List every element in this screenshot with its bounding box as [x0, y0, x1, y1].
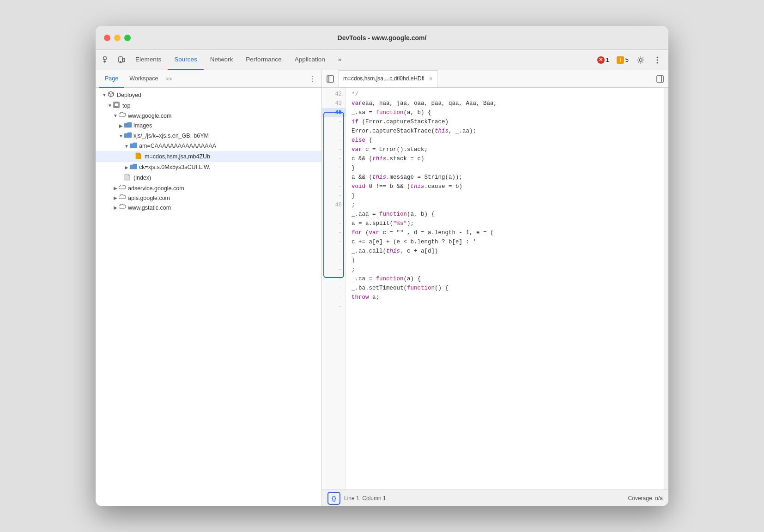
settings-icon[interactable] — [633, 53, 648, 67]
line-num-d6[interactable]: – — [322, 163, 346, 173]
subtab-workspace[interactable]: Workspace — [124, 70, 164, 88]
line-num-d19[interactable]: – — [322, 293, 346, 302]
scrollbar[interactable] — [664, 88, 668, 490]
editor-tab-close-icon[interactable]: × — [429, 75, 433, 82]
tree-item-mcdos[interactable]: ▶ m=cdos,hsm,jsa,mb4ZUb — [96, 151, 321, 162]
device-toolbar-icon[interactable] — [114, 53, 129, 67]
line-num-d13[interactable]: – — [322, 237, 346, 247]
devtools-body: Page Workspace >> ⋮ ▼ — [96, 70, 668, 506]
format-button[interactable]: {} — [327, 492, 340, 505]
code-line-d16: ; — [352, 265, 664, 274]
svg-rect-17 — [657, 76, 663, 82]
folder-icon — [130, 163, 137, 171]
line-num-d1[interactable]: – — [322, 117, 346, 127]
devtools-tabbar: Elements Sources Network Performance App… — [96, 50, 668, 70]
line-num-d8[interactable]: – — [322, 182, 346, 191]
tab-application[interactable]: Application — [288, 50, 332, 70]
minimize-button[interactable] — [114, 35, 121, 41]
tab-more[interactable]: » — [332, 50, 348, 70]
tree-item-index[interactable]: ▶ (index) — [96, 172, 321, 183]
code-line-d15: } — [352, 256, 664, 265]
tree-item-adservice[interactable]: ▶ adservice.google.com — [96, 183, 321, 193]
cloud-icon — [119, 185, 126, 192]
tree-item-ck-xjs[interactable]: ▶ ck=xjs.s.0Mx5ys3sCUI.L.W. — [96, 162, 321, 172]
tree-item-apis-google[interactable]: ▶ apis.google.com — [96, 193, 321, 203]
code-line-d17: _.ca = function(a) { — [352, 274, 664, 284]
sources-panel: Page Workspace >> ⋮ ▼ — [96, 70, 322, 506]
line-num-45[interactable]: 45 — [322, 108, 346, 117]
sidebar-toggle-icon[interactable] — [322, 71, 339, 87]
arrow-ck-xjs: ▶ — [123, 165, 130, 170]
editor-tabbar: m=cdos,hsm,jsa,...c,dtl0hd,eHDfl × — [322, 70, 668, 88]
code-line-d2: Error.captureStackTrace(this, _.aa); — [352, 127, 664, 136]
editor-tab-mcdos[interactable]: m=cdos,hsm,jsa,...c,dtl0hd,eHDfl × — [339, 70, 438, 88]
inspect-element-icon[interactable] — [99, 53, 114, 67]
line-num-d3[interactable]: – — [322, 136, 346, 145]
line-num-46[interactable]: 46 — [322, 200, 346, 210]
tab-elements[interactable]: Elements — [129, 50, 168, 70]
line-num-d20[interactable]: – — [322, 302, 346, 311]
tree-item-am-caaaa[interactable]: ▼ am=CAAAAAAAAAAAAAAAA — [96, 141, 321, 151]
svg-rect-0 — [103, 57, 106, 60]
more-options-icon[interactable] — [650, 53, 665, 67]
line-num-d14[interactable]: – — [322, 247, 346, 256]
code-line-43: var eaa, naa, jaa, oaa, paa, qaa, Aaa, B… — [352, 99, 664, 108]
line-num-d2[interactable]: – — [322, 127, 346, 136]
arrow-xjs: ▼ — [118, 133, 124, 139]
line-num-d18[interactable]: – — [322, 284, 346, 293]
line-num-d11[interactable]: – — [322, 219, 346, 228]
editor-collapse-icon[interactable] — [652, 71, 668, 87]
line-num-d9[interactable]: – — [322, 191, 346, 200]
code-line-d13: c += a[e] + (e < b.length ? b[e] : ' — [352, 237, 664, 247]
line-num-d15[interactable]: – — [322, 256, 346, 265]
error-count-button[interactable]: ✕ 1 — [594, 55, 612, 65]
subtab-more[interactable]: >> — [164, 76, 174, 82]
code-line-d7: a && (this.message = String(a)); — [352, 173, 664, 182]
tree-item-www-gstatic[interactable]: ▶ www.gstatic.com — [96, 203, 321, 212]
subtab-page[interactable]: Page — [99, 70, 124, 88]
tab-sources[interactable]: Sources — [168, 50, 204, 70]
arrow-www-google: ▼ — [112, 113, 119, 118]
tab-network[interactable]: Network — [204, 50, 240, 70]
tree-item-deployed[interactable]: ▼ Deployed — [96, 90, 321, 100]
tab-performance[interactable]: Performance — [239, 50, 288, 70]
arrow-deployed: ▼ — [101, 92, 108, 97]
close-button[interactable] — [104, 35, 110, 41]
tree-label: adservice.google.com — [128, 185, 184, 192]
maximize-button[interactable] — [124, 35, 131, 41]
tree-label: am=CAAAAAAAAAAAAAAAA — [139, 143, 216, 149]
tree-item-xjs[interactable]: ▼ xjs/_/js/k=xjs.s.en_GB.-b6YM — [96, 131, 321, 141]
line-num-42[interactable]: 42 — [322, 90, 346, 99]
code-line-d14: _.aa.call(this, c + a[d]) — [352, 247, 664, 256]
line-num-d7[interactable]: – — [322, 173, 346, 182]
svg-rect-15 — [327, 76, 333, 82]
tree-item-images[interactable]: ▶ images — [96, 121, 321, 131]
line-num-d17[interactable]: – — [322, 274, 346, 284]
line-num-43[interactable]: 43 — [322, 99, 346, 108]
tree-item-top[interactable]: ▼ top — [96, 100, 321, 111]
svg-rect-14 — [115, 103, 118, 107]
frame-icon — [113, 102, 121, 109]
svg-point-6 — [639, 59, 642, 61]
warn-icon: ! — [617, 56, 624, 64]
arrow-apis-google: ▶ — [112, 195, 119, 200]
error-icon: ✕ — [597, 56, 605, 64]
code-line-d9: } — [352, 191, 664, 200]
code-line-42: */ — [352, 90, 664, 99]
tree-label: ck=xjs.s.0Mx5ys3sCUI.L.W. — [139, 164, 211, 170]
tree-label: m=cdos,hsm,jsa,mb4ZUb — [145, 153, 210, 160]
line-num-d10[interactable]: – — [322, 210, 346, 219]
warn-count-button[interactable]: ! 5 — [614, 55, 631, 65]
code-content[interactable]: */ var eaa, naa, jaa, oaa, paa, qaa, Aaa… — [346, 88, 664, 490]
sources-menu-icon[interactable]: ⋮ — [307, 73, 318, 85]
code-editor[interactable]: 42 43 45 – – – – – – – – – 46 – — [322, 88, 668, 490]
line-num-d12[interactable]: – — [322, 228, 346, 237]
code-line-d11: a = a.split("%s"); — [352, 219, 664, 228]
tree-item-www-google[interactable]: ▼ www.google.com — [96, 111, 321, 121]
code-line-46: ; — [352, 200, 664, 210]
line-num-d5[interactable]: – — [322, 154, 346, 163]
line-num-d16[interactable]: – — [322, 265, 346, 274]
line-num-d4[interactable]: – — [322, 145, 346, 154]
file-tree[interactable]: ▼ Deployed ▼ — [96, 88, 321, 506]
svg-point-9 — [657, 62, 658, 63]
